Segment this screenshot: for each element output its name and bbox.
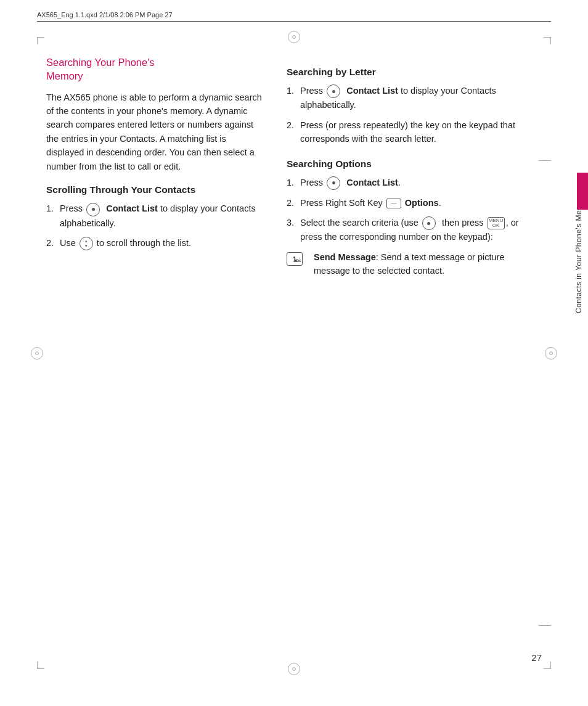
options-item-1: 1. Press Contact List. [287, 176, 542, 190]
corner-mark-br [544, 662, 551, 669]
options-num-2: 2. [287, 196, 300, 210]
reg-circle-right [545, 347, 557, 359]
soft-key-icon: — [386, 199, 401, 208]
list-item-2: 2. Use to scroll through the list. [46, 236, 262, 250]
page-number: 27 [531, 652, 542, 663]
main-content: Searching Your Phone's Memory The AX565 … [46, 55, 542, 651]
key-1-badge: 1 abc [287, 252, 311, 266]
searching-by-letter-heading: Searching by Letter [287, 67, 542, 78]
nav-icon-4 [422, 216, 436, 230]
side-tab-color-bar [577, 173, 588, 210]
letter-num-1: 1. [287, 84, 300, 112]
options-content-2: Press Right Soft Key — Options. [300, 196, 542, 210]
options-bold: Options [405, 198, 439, 208]
nav-icon-3 [327, 176, 340, 190]
header-bar: AX565_Eng 1.1.qxd 2/1/08 2:06 PM Page 27 [37, 11, 551, 22]
list-content-2: Use to scroll through the list. [60, 236, 262, 250]
letter-num-2: 2. [287, 118, 300, 146]
options-item-2: 2. Press Right Soft Key — Options. [287, 196, 542, 210]
letter-content-2: Press (or press repeatedly) the key on t… [300, 118, 542, 146]
options-num-3: 3. [287, 216, 300, 244]
scrolling-subheading: Scrolling Through Your Contacts [46, 184, 262, 195]
options-content-3: Select the search criteria (use then pre… [300, 216, 542, 244]
send-message-content: Send Message: Send a text message or pic… [314, 250, 542, 278]
reg-circle-top [288, 31, 300, 43]
send-message-bold: Send Message [314, 252, 376, 262]
list-num-1: 1. [46, 202, 60, 230]
options-item-3: 3. Select the search criteria (use then … [287, 216, 542, 244]
letter-content-1: Press Contact List to display your Conta… [300, 84, 542, 112]
letter-item-1: 1. Press Contact List to display your Co… [287, 84, 542, 112]
contact-list-bold-2: Contact List [346, 86, 398, 96]
options-num-1: 1. [287, 176, 300, 190]
list-content-1: Press Contact List to display your Conta… [60, 202, 262, 230]
key-1-sub: abc [294, 258, 301, 265]
list-num-2: 2. [46, 236, 60, 250]
left-body-text: The AX565 phone is able to perform a dyn… [46, 91, 262, 174]
contact-list-bold-3: Contact List [346, 178, 398, 187]
scroll-icon [80, 237, 93, 250]
letter-item-2: 2. Press (or press repeatedly) the key o… [287, 118, 542, 146]
header-text: AX565_Eng 1.1.qxd 2/1/08 2:06 PM Page 27 [37, 11, 173, 18]
corner-mark-bl [37, 662, 44, 669]
options-content-1: Press Contact List. [300, 176, 542, 190]
right-column: Searching by Letter 1. Press Contact Lis… [280, 55, 542, 651]
searching-options-heading: Searching Options [287, 158, 542, 170]
contact-list-bold-1: Contact List [106, 203, 158, 213]
corner-mark-tl [37, 37, 44, 44]
send-message-item: 1 abc Send Message: Send a text message … [287, 250, 542, 278]
nav-icon-2 [327, 84, 340, 98]
corner-mark-tr [544, 37, 551, 44]
list-item-1: 1. Press Contact List to display your Co… [46, 202, 262, 230]
reg-circle-bottom [288, 663, 300, 675]
menu-ok-icon: MENUOK [488, 217, 505, 229]
reg-circle-left [31, 347, 43, 359]
nav-icon-1 [86, 203, 100, 216]
left-section-heading: Searching Your Phone's Memory [46, 55, 262, 83]
left-column: Searching Your Phone's Memory The AX565 … [46, 55, 280, 651]
key-1: 1 abc [287, 252, 303, 266]
